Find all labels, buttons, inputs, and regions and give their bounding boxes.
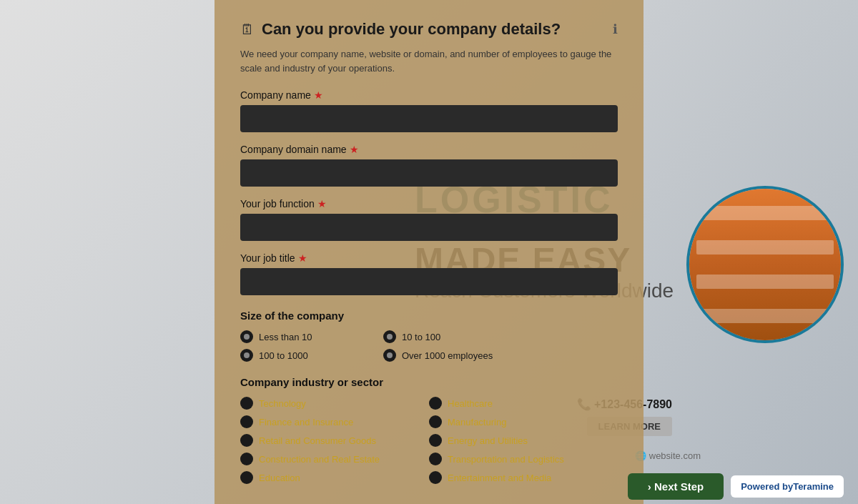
industry-retail-label: Retail and Consumer Goods (259, 435, 376, 446)
company-domain-label: Company domain name ★ (240, 144, 618, 155)
industry-transportation[interactable]: Transportation and Logistics (429, 453, 618, 465)
powered-by-badge: Powered byTeramine (731, 475, 844, 498)
checkbox-dot-technology (240, 397, 253, 410)
checkbox-dot-construction (240, 453, 253, 465)
checkbox-dot-entertainment (429, 471, 442, 484)
industry-healthcare-label: Healthcare (448, 398, 493, 409)
size-100-to-1000[interactable]: 100 to 1000 (240, 349, 383, 362)
industry-technology-label: Technology (259, 398, 306, 409)
info-icon[interactable]: ℹ (613, 21, 618, 37)
company-details-modal: 🗓 Can you provide your company details? … (214, 0, 644, 504)
company-size-group: Less than 10 10 to 100 100 to 1000 Over … (240, 330, 618, 362)
industry-energy[interactable]: Energy and Utilities (429, 434, 618, 447)
industry-section-label: Company industry or sector (240, 376, 618, 388)
checkbox-dot-retail (240, 434, 253, 447)
calendar-icon: 🗓 (240, 21, 255, 38)
modal-title: Can you provide your company details? (262, 20, 561, 39)
industry-entertainment-label: Entertainment and Media (448, 473, 551, 483)
radio-dot-10to100 (383, 330, 396, 343)
checkbox-dot-energy (429, 434, 442, 447)
job-title-label: Your job title ★ (240, 252, 618, 264)
industry-finance[interactable]: Finance and Insurance (240, 415, 429, 428)
industry-manufacturing-label: Manufacturing (448, 417, 506, 428)
industry-education-label: Education (259, 473, 300, 483)
radio-dot-over1000 (383, 349, 396, 362)
industry-finance-label: Finance and Insurance (259, 417, 353, 428)
size-less10-label: Less than 10 (259, 332, 312, 342)
industry-construction[interactable]: Construction and Real Estate (240, 453, 429, 465)
checkbox-dot-manufacturing (429, 415, 442, 428)
modal-description: We need your company name, website or do… (240, 47, 618, 75)
industry-manufacturing[interactable]: Manufacturing (429, 415, 618, 428)
industry-transportation-label: Transportation and Logistics (448, 454, 564, 465)
required-star-2: ★ (350, 144, 359, 155)
radio-dot-less10 (240, 330, 253, 343)
size-less-than-10[interactable]: Less than 10 (240, 330, 383, 343)
size-100to1000-label: 100 to 1000 (259, 350, 308, 361)
industry-grid: Technology Healthcare Finance and Insura… (240, 397, 618, 484)
industry-education[interactable]: Education (240, 471, 429, 484)
industry-entertainment[interactable]: Entertainment and Media (429, 471, 618, 484)
size-10to100-label: 10 to 100 (402, 332, 440, 342)
checkbox-dot-transportation (429, 453, 442, 465)
size-over1000-label: Over 1000 employees (402, 350, 493, 361)
industry-construction-label: Construction and Real Estate (259, 454, 380, 465)
warehouse-image (686, 186, 844, 343)
size-section-label: Size of the company (240, 310, 618, 322)
modal-title-group: 🗓 Can you provide your company details? (240, 20, 561, 39)
job-function-input[interactable] (240, 214, 618, 241)
checkbox-dot-healthcare (429, 397, 442, 410)
job-title-input[interactable] (240, 268, 618, 295)
job-function-label: Your job function ★ (240, 198, 618, 209)
checkbox-dot-education (240, 471, 253, 484)
checkbox-dot-finance (240, 415, 253, 428)
company-domain-input[interactable] (240, 159, 618, 187)
next-step-button[interactable]: › Next Step (628, 473, 724, 500)
industry-technology[interactable]: Technology (240, 397, 429, 410)
size-10-to-100[interactable]: 10 to 100 (383, 330, 526, 343)
industry-healthcare[interactable]: Healthcare (429, 397, 618, 410)
radio-dot-100to1000 (240, 349, 253, 362)
industry-energy-label: Energy and Utilities (448, 435, 528, 446)
size-over-1000[interactable]: Over 1000 employees (383, 349, 526, 362)
website-text: 🌐 website.com (635, 450, 701, 461)
modal-header: 🗓 Can you provide your company details? … (240, 20, 618, 39)
company-name-input[interactable] (240, 105, 618, 132)
next-step-label: › Next Step (648, 480, 704, 493)
required-star-1: ★ (314, 89, 323, 101)
required-star-4: ★ (298, 252, 307, 264)
company-name-label: Company name ★ (240, 89, 618, 101)
industry-retail[interactable]: Retail and Consumer Goods (240, 434, 429, 447)
required-star-3: ★ (317, 198, 327, 209)
